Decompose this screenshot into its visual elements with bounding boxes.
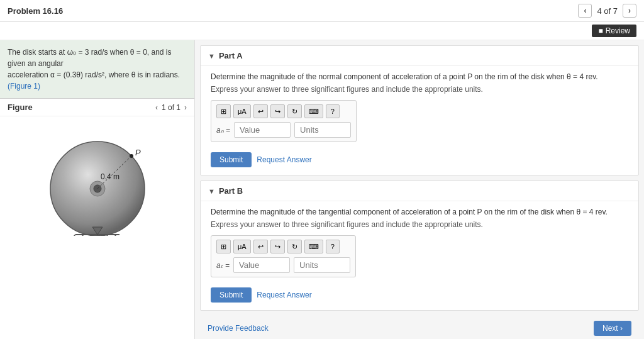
part-a-body: Determine the magnitude of the normal co…: [201, 66, 638, 175]
main-layout: The disk starts at ω₀ = 3 rad/s when θ =…: [0, 40, 644, 339]
part-b-input-label: aₜ =: [216, 261, 230, 270]
part-b-body: Determine the magnitude of the tangentia…: [201, 201, 638, 310]
next-button[interactable]: Next ›: [594, 321, 631, 336]
part-b-redo-button[interactable]: ↪: [270, 240, 285, 253]
part-b-collapse-arrow[interactable]: ▼: [208, 187, 215, 195]
part-b-answer-box: ⊞ μA ↩ ↪ ↻ ⌨ ? aₜ =: [211, 235, 356, 277]
part-b-undo-button[interactable]: ↩: [253, 240, 268, 253]
part-b-header: ▼ Part B: [201, 181, 638, 201]
part-a-request-answer-button[interactable]: Request Answer: [257, 155, 311, 164]
problem-text-line2: acceleration α = (0.3θ) rad/s², where θ …: [8, 70, 180, 79]
part-a-question: Determine the magnitude of the normal co…: [211, 71, 628, 82]
point-p-label: P: [135, 148, 141, 157]
disk-radius-label: 0.4 m: [101, 172, 119, 181]
part-a-input-label: aₙ =: [216, 126, 230, 135]
part-b-mu-button[interactable]: μA: [233, 240, 251, 253]
part-a-value-input[interactable]: [234, 122, 291, 138]
part-a-keyboard-button[interactable]: ⌨: [304, 104, 323, 118]
part-a-input-row: aₙ =: [216, 122, 351, 138]
problem-description: The disk starts at ω₀ = 3 rad/s when θ =…: [0, 40, 194, 99]
svg-line-6: [69, 235, 75, 236]
figure-section: Figure ‹ 1 of 1 ›: [0, 99, 194, 339]
part-b-help-button[interactable]: ?: [326, 240, 340, 253]
review-icon: ■: [598, 26, 602, 35]
part-b-value-input[interactable]: [233, 257, 290, 273]
part-a-refresh-button[interactable]: ↻: [287, 104, 302, 118]
right-panel: ▼ Part A Determine the magnitude of the …: [195, 40, 644, 339]
part-a-undo-button[interactable]: ↩: [253, 104, 268, 118]
disk-image: P 0.4 m: [41, 129, 154, 236]
part-a-collapse-arrow[interactable]: ▼: [208, 52, 215, 60]
part-b-grid-button[interactable]: ⊞: [216, 240, 231, 253]
next-problem-button[interactable]: ›: [623, 4, 636, 18]
part-a-toolbar: ⊞ μA ↩ ↪ ↻ ⌨ ?: [216, 104, 351, 118]
provide-feedback-button[interactable]: Provide Feedback: [208, 324, 269, 333]
problem-text-line1: The disk starts at ω₀ = 3 rad/s when θ =…: [8, 48, 172, 68]
prev-problem-button[interactable]: ‹: [578, 4, 592, 18]
problem-title: Problem 16.16: [8, 6, 63, 16]
part-a-header: ▼ Part A: [201, 46, 638, 66]
left-panel: The disk starts at ω₀ = 3 rad/s when θ =…: [0, 40, 195, 339]
part-b-toolbar: ⊞ μA ↩ ↪ ↻ ⌨ ?: [216, 240, 350, 253]
part-b-refresh-button[interactable]: ↻: [287, 240, 302, 253]
figure-page-info: 1 of 1: [162, 103, 180, 112]
part-b-label: Part B: [219, 186, 243, 196]
part-b-instruction: Express your answer to three significant…: [211, 220, 628, 229]
footer-row: Provide Feedback Next ›: [200, 316, 639, 339]
part-a-help-button[interactable]: ?: [326, 104, 340, 118]
problem-navigation: ‹ 4 of 7 ›: [578, 4, 636, 18]
part-a-section: ▼ Part A Determine the magnitude of the …: [200, 45, 639, 175]
part-a-label: Part A: [219, 51, 243, 60]
part-a-submit-button[interactable]: Submit: [211, 152, 252, 167]
figure-nav: ‹ 1 of 1 ›: [155, 103, 187, 112]
problem-page-info: 4 of 7: [597, 6, 618, 16]
part-b-units-input[interactable]: [294, 257, 350, 273]
review-button[interactable]: ■ Review: [592, 25, 636, 37]
review-bar: ■ Review: [0, 22, 644, 40]
figure-prev-button[interactable]: ‹: [155, 103, 158, 112]
part-a-mu-button[interactable]: μA: [233, 104, 251, 118]
part-b-submit-button[interactable]: Submit: [211, 287, 252, 303]
top-bar: Problem 16.16 ‹ 4 of 7 ›: [0, 0, 644, 22]
part-b-section: ▼ Part B Determine the magnitude of the …: [200, 181, 639, 311]
part-b-keyboard-button[interactable]: ⌨: [304, 240, 323, 253]
part-b-question: Determine the magnitude of the tangentia…: [211, 206, 628, 218]
part-a-units-input[interactable]: [294, 122, 351, 138]
part-a-btn-row: Submit Request Answer: [211, 152, 628, 167]
figure-header: Figure ‹ 1 of 1 ›: [0, 99, 194, 116]
part-a-redo-button[interactable]: ↪: [270, 104, 285, 118]
part-b-input-row: aₜ =: [216, 257, 350, 273]
part-a-instruction: Express your answer to three significant…: [211, 85, 628, 94]
part-b-btn-row: Submit Request Answer: [211, 287, 628, 303]
figure-link[interactable]: (Figure 1): [8, 82, 40, 91]
figure-label: Figure: [8, 103, 33, 112]
part-a-grid-button[interactable]: ⊞: [216, 104, 231, 118]
part-b-request-answer-button[interactable]: Request Answer: [257, 291, 311, 299]
part-a-answer-box: ⊞ μA ↩ ↪ ↻ ⌨ ? aₙ =: [211, 100, 357, 142]
disk-figure: P 0.4 m: [0, 116, 194, 248]
figure-next-button[interactable]: ›: [184, 103, 187, 112]
